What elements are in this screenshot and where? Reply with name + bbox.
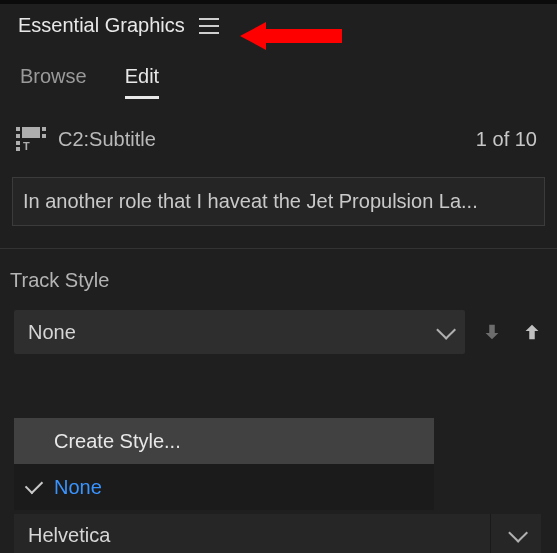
panel-title: Essential Graphics — [18, 14, 185, 37]
svg-rect-3 — [16, 147, 20, 151]
chevron-down-icon — [436, 320, 456, 340]
check-icon — [25, 476, 43, 494]
svg-rect-4 — [22, 127, 40, 138]
clip-count: 1 of 10 — [476, 128, 537, 151]
caption-text-field[interactable]: In another role that I haveat the Jet Pr… — [12, 177, 545, 226]
clip-name: C2:Subtitle — [58, 128, 476, 151]
track-style-menu: Create Style... None — [14, 418, 434, 510]
track-style-label: Track Style — [0, 249, 557, 292]
svg-rect-2 — [16, 141, 20, 145]
menu-item-create-style[interactable]: Create Style... — [14, 418, 434, 464]
font-family-value: Helvetica — [28, 524, 110, 547]
menu-item-label: Create Style... — [54, 430, 181, 453]
clip-type-icon: T — [16, 127, 46, 151]
svg-rect-1 — [16, 134, 20, 138]
svg-text:T: T — [23, 140, 30, 151]
menu-item-label: None — [54, 476, 102, 499]
menu-item-none[interactable]: None — [14, 464, 434, 510]
push-up-button[interactable] — [519, 319, 545, 345]
push-down-button — [479, 319, 505, 345]
svg-rect-0 — [16, 127, 20, 131]
tab-edit[interactable]: Edit — [125, 65, 159, 99]
svg-rect-7 — [42, 134, 46, 138]
tab-browse[interactable]: Browse — [20, 65, 87, 99]
track-style-dropdown[interactable]: None — [14, 310, 465, 354]
chevron-down-icon — [508, 523, 528, 543]
panel-menu-icon[interactable] — [199, 18, 219, 34]
svg-rect-6 — [42, 127, 46, 131]
font-family-dropdown[interactable]: Helvetica — [14, 514, 491, 553]
track-style-dropdown-value: None — [28, 321, 76, 344]
font-family-chevron[interactable] — [491, 514, 541, 553]
